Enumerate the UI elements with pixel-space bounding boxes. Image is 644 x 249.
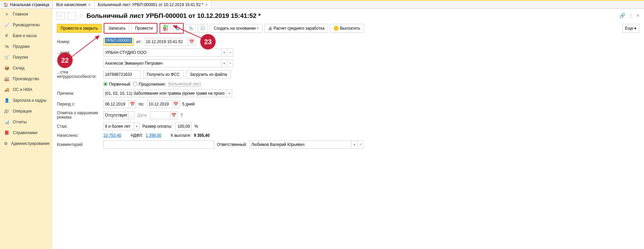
help-icon[interactable]: ? bbox=[180, 113, 183, 118]
calendar-icon[interactable]: 📅 bbox=[170, 111, 178, 119]
sidebar: ≡Главное📈Руководителю₽Банк и касса🛍Прода… bbox=[0, 9, 52, 249]
sidebar-item-6[interactable]: 🏭Производство bbox=[0, 73, 52, 84]
comment-label: Комментарий: bbox=[57, 142, 101, 147]
tabs-bar: 🏠Начальная страница Все начисления× Боль… bbox=[0, 0, 644, 9]
dropdown-icon[interactable]: ▾ bbox=[221, 49, 227, 57]
number-input[interactable]: УРБП-000001 bbox=[103, 38, 134, 46]
radio-primary[interactable]: Первичный bbox=[103, 82, 130, 87]
dtkt-button[interactable]: ДтКт bbox=[160, 24, 171, 33]
sidebar-item-10[interactable]: 📊Отчеты bbox=[0, 117, 52, 127]
period-label: Период с: bbox=[57, 102, 101, 106]
sidebar-label: Отчеты bbox=[13, 120, 27, 124]
dropdown-icon[interactable]: ▾ bbox=[351, 141, 357, 149]
from-label: от: bbox=[136, 39, 141, 44]
sidebar-label: ОС и НМА bbox=[13, 87, 32, 92]
nav-forward[interactable]: → bbox=[68, 12, 76, 20]
sidebar-icon: 👤 bbox=[4, 98, 9, 103]
sidebar-item-8[interactable]: 👤Зарплата и кадры bbox=[0, 95, 52, 106]
close-icon[interactable]: × bbox=[88, 2, 91, 7]
violation-label: Отметка о нарушении режима: bbox=[57, 111, 101, 120]
sidebar-icon: 🛍 bbox=[4, 44, 9, 49]
calendar-icon[interactable]: 📅 bbox=[188, 38, 195, 46]
sidebar-icon: ≡ bbox=[4, 11, 9, 17]
accrued-link[interactable]: 10 753,40 bbox=[103, 133, 121, 138]
sidebar-icon: 📦 bbox=[4, 65, 9, 71]
sidebar-item-4[interactable]: 🛒Покупки bbox=[0, 52, 52, 63]
content: ← → ☆ Больничный лист УРБП-000001 от 10.… bbox=[52, 9, 644, 249]
create-based-button[interactable]: Создать на основании▾ bbox=[210, 24, 262, 33]
report-button[interactable]: ▤ bbox=[173, 24, 183, 33]
responsible-input[interactable] bbox=[250, 141, 351, 149]
sidebar-item-1[interactable]: 📈Руководителю bbox=[0, 20, 52, 30]
close-doc-icon[interactable]: × bbox=[637, 13, 639, 18]
continuation-link[interactable]: Больничный лист bbox=[168, 82, 201, 87]
sidebar-item-11[interactable]: 📕Справочники bbox=[0, 127, 52, 138]
post-button[interactable]: Провести bbox=[131, 24, 156, 33]
open-icon[interactable]: ↗ bbox=[227, 59, 233, 67]
link-icon[interactable]: 🔗 bbox=[619, 13, 625, 18]
favorite-icon[interactable]: ☆ bbox=[78, 12, 84, 20]
sidebar-item-0[interactable]: ≡Главное bbox=[0, 9, 52, 20]
fss-button[interactable]: Получить из ФСС bbox=[143, 70, 183, 79]
reason-label: Причина: bbox=[57, 91, 101, 96]
dropdown-icon[interactable]: ▾ bbox=[221, 59, 227, 67]
sidebar-item-9[interactable]: ДтОперации bbox=[0, 106, 52, 117]
callout-22: 22 bbox=[57, 53, 73, 68]
highlight-dtkt: ДтКт ▤ bbox=[159, 23, 184, 34]
sidebar-label: Справочники bbox=[13, 130, 37, 135]
comment-input[interactable] bbox=[103, 141, 214, 149]
sidebar-item-5[interactable]: 📦Склад bbox=[0, 63, 52, 73]
violation-date-input[interactable] bbox=[150, 111, 170, 119]
dropdown-icon[interactable]: ▾ bbox=[134, 122, 140, 130]
sidebar-label: Производство bbox=[13, 76, 39, 81]
tab-label: Больничный лист УРБП-000001 от 10.12.201… bbox=[98, 2, 204, 7]
sidebar-label: Банк и касса bbox=[13, 33, 37, 38]
sidebar-icon: 📕 bbox=[4, 130, 9, 135]
load-file-button[interactable]: Загрузить из файла bbox=[186, 70, 231, 79]
violation-input[interactable] bbox=[103, 111, 129, 119]
sidebar-label: Склад bbox=[13, 66, 25, 70]
close-icon[interactable]: × bbox=[205, 2, 208, 7]
kebab-icon[interactable]: ⋮ bbox=[629, 13, 633, 18]
tab-accruals[interactable]: Все начисления× bbox=[53, 1, 95, 8]
save-button[interactable]: Записать bbox=[105, 24, 129, 33]
ndfl-link[interactable]: 1 398,00 bbox=[146, 133, 162, 138]
sidebar-item-7[interactable]: 🚚ОС и НМА bbox=[0, 84, 52, 95]
employee-input[interactable] bbox=[103, 59, 221, 67]
open-icon[interactable]: ↗ bbox=[357, 141, 363, 149]
nav-back[interactable]: ← bbox=[57, 12, 65, 20]
sidebar-item-2[interactable]: ₽Банк и касса bbox=[0, 30, 52, 41]
sidebar-icon: ₽ bbox=[4, 33, 9, 38]
pay-button[interactable]: Выплатить bbox=[330, 24, 364, 33]
tab-sick-leave[interactable]: Больничный лист УРБП-000001 от 10.12.201… bbox=[95, 1, 212, 8]
reason-input[interactable] bbox=[103, 89, 226, 97]
ln-number-input[interactable] bbox=[103, 70, 140, 79]
print-icon: 🖨 bbox=[268, 26, 272, 31]
sidebar-item-12[interactable]: ⚙Администрирование bbox=[0, 138, 52, 149]
tab-home[interactable]: 🏠Начальная страница bbox=[0, 1, 53, 8]
days-text: 5 дней bbox=[182, 102, 195, 106]
sidebar-item-3[interactable]: 🛍Продажи bbox=[0, 41, 52, 52]
period-to-input[interactable] bbox=[147, 100, 172, 108]
sidebar-label: Зарплата и кадры bbox=[13, 98, 46, 103]
date-input[interactable] bbox=[144, 38, 188, 46]
ellipsis-icon[interactable]: … bbox=[129, 111, 135, 119]
calendar-icon[interactable]: 📅 bbox=[129, 100, 136, 108]
dropdown-icon[interactable]: ▾ bbox=[226, 89, 232, 97]
structure-button[interactable]: ⿴ bbox=[198, 24, 208, 33]
topay-label: К выплате: bbox=[171, 133, 191, 138]
post-close-button[interactable]: Провести и закрыть bbox=[57, 24, 102, 33]
pay-rate-label: Размер оплаты: bbox=[142, 124, 172, 129]
calendar-icon[interactable]: 📅 bbox=[172, 100, 180, 108]
pay-rate-input[interactable] bbox=[175, 122, 192, 130]
avg-calc-button[interactable]: 🖨Расчет среднего заработка bbox=[264, 24, 328, 33]
radio-continuation[interactable]: Продолжение: bbox=[133, 82, 166, 87]
seniority-input[interactable] bbox=[103, 122, 134, 130]
attach-button[interactable]: 📎 bbox=[186, 24, 196, 33]
more-button[interactable]: Еще▾ bbox=[622, 24, 639, 33]
number-label: Номер: bbox=[57, 39, 101, 44]
open-icon[interactable]: ↗ bbox=[227, 49, 233, 57]
period-from-input[interactable] bbox=[103, 100, 129, 108]
sidebar-label: Руководителю bbox=[13, 23, 40, 27]
org-input[interactable] bbox=[103, 49, 221, 57]
